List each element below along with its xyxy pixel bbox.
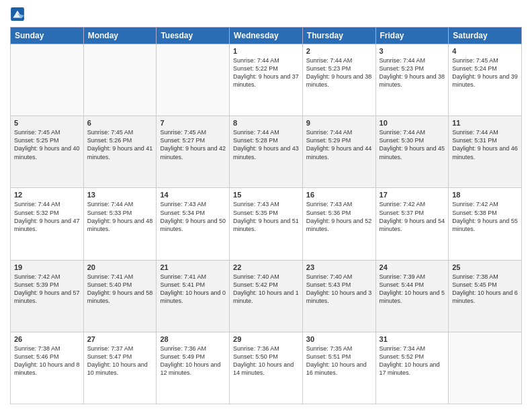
day-cell: 19Sunrise: 7:42 AM Sunset: 5:39 PM Dayli… xyxy=(11,260,84,332)
day-info: Sunrise: 7:40 AM Sunset: 5:42 PM Dayligh… xyxy=(233,273,299,306)
day-cell: 28Sunrise: 7:36 AM Sunset: 5:49 PM Dayli… xyxy=(157,332,230,404)
day-number: 25 xyxy=(452,263,518,271)
weekday-header-tuesday: Tuesday xyxy=(157,28,230,44)
day-cell: 23Sunrise: 7:40 AM Sunset: 5:43 PM Dayli… xyxy=(302,260,375,332)
day-info: Sunrise: 7:42 AM Sunset: 5:39 PM Dayligh… xyxy=(14,273,80,306)
logo-icon xyxy=(10,7,25,21)
day-cell: 10Sunrise: 7:44 AM Sunset: 5:30 PM Dayli… xyxy=(375,116,449,188)
week-row-4: 19Sunrise: 7:42 AM Sunset: 5:39 PM Dayli… xyxy=(11,260,522,332)
day-cell: 9Sunrise: 7:44 AM Sunset: 5:29 PM Daylig… xyxy=(302,116,375,188)
day-info: Sunrise: 7:42 AM Sunset: 5:38 PM Dayligh… xyxy=(452,200,518,233)
day-number: 8 xyxy=(233,119,299,127)
day-number: 16 xyxy=(306,191,372,199)
day-number: 30 xyxy=(306,335,372,343)
day-info: Sunrise: 7:40 AM Sunset: 5:43 PM Dayligh… xyxy=(306,273,372,306)
weekday-header-sunday: Sunday xyxy=(11,28,84,44)
week-row-1: 1Sunrise: 7:44 AM Sunset: 5:22 PM Daylig… xyxy=(11,44,522,116)
day-info: Sunrise: 7:37 AM Sunset: 5:47 PM Dayligh… xyxy=(87,345,153,377)
day-info: Sunrise: 7:35 AM Sunset: 5:51 PM Dayligh… xyxy=(306,345,372,377)
day-cell: 2Sunrise: 7:44 AM Sunset: 5:23 PM Daylig… xyxy=(302,44,375,116)
day-cell xyxy=(449,332,522,404)
day-cell: 16Sunrise: 7:43 AM Sunset: 5:36 PM Dayli… xyxy=(302,188,375,260)
day-info: Sunrise: 7:41 AM Sunset: 5:41 PM Dayligh… xyxy=(160,273,226,306)
day-number: 26 xyxy=(14,335,80,343)
day-cell: 14Sunrise: 7:43 AM Sunset: 5:34 PM Dayli… xyxy=(157,188,230,260)
day-cell: 15Sunrise: 7:43 AM Sunset: 5:35 PM Dayli… xyxy=(230,188,303,260)
day-info: Sunrise: 7:34 AM Sunset: 5:52 PM Dayligh… xyxy=(380,345,445,377)
day-number: 9 xyxy=(306,119,372,127)
day-cell: 12Sunrise: 7:44 AM Sunset: 5:32 PM Dayli… xyxy=(11,188,84,260)
day-number: 11 xyxy=(452,119,518,127)
day-info: Sunrise: 7:38 AM Sunset: 5:46 PM Dayligh… xyxy=(14,345,80,377)
day-number: 2 xyxy=(306,47,372,55)
day-info: Sunrise: 7:44 AM Sunset: 5:22 PM Dayligh… xyxy=(233,56,299,89)
day-number: 19 xyxy=(14,263,80,271)
calendar-table: SundayMondayTuesdayWednesdayThursdayFrid… xyxy=(10,27,522,404)
day-info: Sunrise: 7:44 AM Sunset: 5:32 PM Dayligh… xyxy=(14,200,80,233)
day-info: Sunrise: 7:42 AM Sunset: 5:37 PM Dayligh… xyxy=(380,200,445,233)
day-number: 28 xyxy=(160,335,226,343)
day-number: 15 xyxy=(233,191,299,199)
week-row-2: 5Sunrise: 7:45 AM Sunset: 5:25 PM Daylig… xyxy=(11,116,522,188)
day-cell: 7Sunrise: 7:45 AM Sunset: 5:27 PM Daylig… xyxy=(157,116,230,188)
day-cell: 5Sunrise: 7:45 AM Sunset: 5:25 PM Daylig… xyxy=(11,116,84,188)
day-cell: 3Sunrise: 7:44 AM Sunset: 5:23 PM Daylig… xyxy=(375,44,449,116)
week-row-3: 12Sunrise: 7:44 AM Sunset: 5:32 PM Dayli… xyxy=(11,188,522,260)
day-info: Sunrise: 7:38 AM Sunset: 5:45 PM Dayligh… xyxy=(452,273,518,306)
day-number: 1 xyxy=(233,47,299,55)
weekday-header-saturday: Saturday xyxy=(449,28,522,44)
day-info: Sunrise: 7:44 AM Sunset: 5:23 PM Dayligh… xyxy=(306,56,372,89)
day-cell: 24Sunrise: 7:39 AM Sunset: 5:44 PM Dayli… xyxy=(375,260,449,332)
day-cell: 17Sunrise: 7:42 AM Sunset: 5:37 PM Dayli… xyxy=(375,188,449,260)
day-info: Sunrise: 7:44 AM Sunset: 5:28 PM Dayligh… xyxy=(233,128,299,161)
day-info: Sunrise: 7:45 AM Sunset: 5:26 PM Dayligh… xyxy=(87,128,153,161)
logo xyxy=(10,7,28,21)
day-number: 3 xyxy=(380,47,445,55)
day-number: 12 xyxy=(14,191,80,199)
weekday-header-wednesday: Wednesday xyxy=(230,28,303,44)
day-cell: 11Sunrise: 7:44 AM Sunset: 5:31 PM Dayli… xyxy=(449,116,522,188)
week-row-5: 26Sunrise: 7:38 AM Sunset: 5:46 PM Dayli… xyxy=(11,332,522,404)
day-info: Sunrise: 7:45 AM Sunset: 5:25 PM Dayligh… xyxy=(14,128,80,161)
day-info: Sunrise: 7:36 AM Sunset: 5:50 PM Dayligh… xyxy=(233,345,299,377)
day-info: Sunrise: 7:41 AM Sunset: 5:40 PM Dayligh… xyxy=(87,273,153,306)
day-cell: 30Sunrise: 7:35 AM Sunset: 5:51 PM Dayli… xyxy=(302,332,375,404)
day-number: 31 xyxy=(380,335,445,343)
day-number: 20 xyxy=(87,263,153,271)
day-number: 22 xyxy=(233,263,299,271)
day-cell: 31Sunrise: 7:34 AM Sunset: 5:52 PM Dayli… xyxy=(375,332,449,404)
day-info: Sunrise: 7:44 AM Sunset: 5:29 PM Dayligh… xyxy=(306,128,372,161)
day-cell: 27Sunrise: 7:37 AM Sunset: 5:47 PM Dayli… xyxy=(83,332,157,404)
day-number: 13 xyxy=(87,191,153,199)
day-cell: 18Sunrise: 7:42 AM Sunset: 5:38 PM Dayli… xyxy=(449,188,522,260)
day-info: Sunrise: 7:45 AM Sunset: 5:24 PM Dayligh… xyxy=(452,56,518,89)
day-number: 23 xyxy=(306,263,372,271)
day-cell: 1Sunrise: 7:44 AM Sunset: 5:22 PM Daylig… xyxy=(230,44,303,116)
day-cell: 21Sunrise: 7:41 AM Sunset: 5:41 PM Dayli… xyxy=(157,260,230,332)
day-cell xyxy=(11,44,84,116)
page: SundayMondayTuesdayWednesdayThursdayFrid… xyxy=(0,0,532,411)
day-info: Sunrise: 7:36 AM Sunset: 5:49 PM Dayligh… xyxy=(160,345,226,377)
day-cell: 20Sunrise: 7:41 AM Sunset: 5:40 PM Dayli… xyxy=(83,260,157,332)
day-cell xyxy=(83,44,157,116)
day-number: 21 xyxy=(160,263,226,271)
day-cell xyxy=(157,44,230,116)
day-cell: 6Sunrise: 7:45 AM Sunset: 5:26 PM Daylig… xyxy=(83,116,157,188)
day-number: 5 xyxy=(14,119,80,127)
weekday-header-row: SundayMondayTuesdayWednesdayThursdayFrid… xyxy=(11,28,522,44)
day-info: Sunrise: 7:44 AM Sunset: 5:23 PM Dayligh… xyxy=(380,56,445,89)
day-cell: 8Sunrise: 7:44 AM Sunset: 5:28 PM Daylig… xyxy=(230,116,303,188)
day-number: 29 xyxy=(233,335,299,343)
weekday-header-thursday: Thursday xyxy=(302,28,375,44)
day-number: 4 xyxy=(452,47,518,55)
day-info: Sunrise: 7:44 AM Sunset: 5:33 PM Dayligh… xyxy=(87,200,153,233)
day-number: 17 xyxy=(380,191,445,199)
day-info: Sunrise: 7:44 AM Sunset: 5:31 PM Dayligh… xyxy=(452,128,518,161)
day-info: Sunrise: 7:39 AM Sunset: 5:44 PM Dayligh… xyxy=(380,273,445,306)
day-number: 6 xyxy=(87,119,153,127)
day-number: 18 xyxy=(452,191,518,199)
day-number: 7 xyxy=(160,119,226,127)
day-info: Sunrise: 7:43 AM Sunset: 5:36 PM Dayligh… xyxy=(306,200,372,233)
day-cell: 22Sunrise: 7:40 AM Sunset: 5:42 PM Dayli… xyxy=(230,260,303,332)
day-info: Sunrise: 7:43 AM Sunset: 5:34 PM Dayligh… xyxy=(160,200,226,233)
